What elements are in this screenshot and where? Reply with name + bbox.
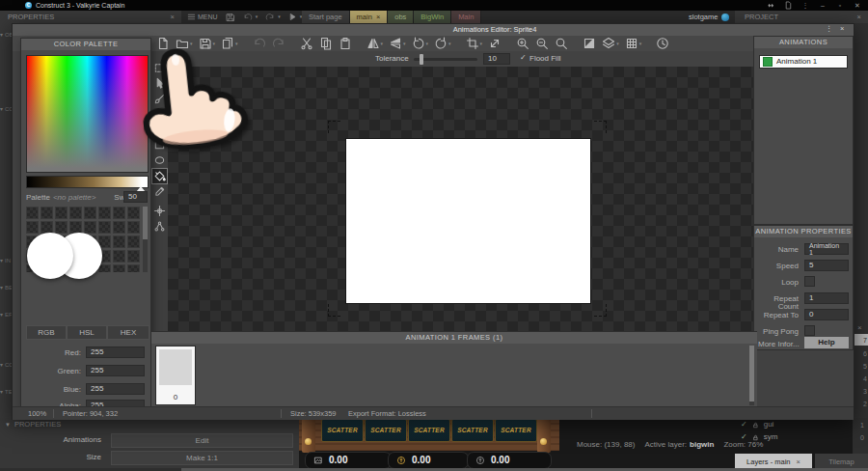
brush-tool-icon[interactable] — [152, 92, 167, 106]
cut-icon[interactable] — [297, 37, 316, 50]
section-effects[interactable]: ▾EF — [0, 312, 12, 318]
redo-icon[interactable] — [269, 37, 288, 50]
tab-start-page[interactable]: Start page — [302, 11, 350, 23]
undo-button[interactable]: ▾ — [239, 13, 262, 22]
ping-pong-checkbox[interactable] — [804, 325, 815, 336]
tolerance-slider-handle[interactable] — [420, 54, 423, 65]
hsl-mode-button[interactable]: HSL — [67, 325, 107, 340]
line-tool-icon[interactable] — [152, 123, 167, 137]
lock-icon[interactable] — [751, 421, 760, 429]
tab-close-icon[interactable]: × — [797, 458, 800, 466]
resize-icon[interactable] — [485, 37, 504, 50]
editor-close-icon[interactable]: × — [840, 25, 844, 33]
zoom-reset-icon[interactable] — [552, 37, 571, 50]
make-1-1-button[interactable]: Make 1:1 — [111, 451, 293, 465]
copy-icon[interactable] — [316, 37, 336, 50]
close-button[interactable]: ✕ — [849, 0, 866, 11]
lightness-slider[interactable] — [26, 176, 149, 188]
ellipse-tool-icon[interactable] — [152, 153, 167, 168]
image-canvas[interactable] — [168, 67, 765, 331]
cursor-tool-icon[interactable] — [152, 76, 167, 91]
editor-menu-icon[interactable]: ⋮ — [826, 25, 833, 33]
section-template[interactable]: ▾TE — [0, 389, 12, 395]
bottom-properties-header[interactable]: ▼PROPERTIES — [5, 421, 61, 429]
new-window-icon[interactable] — [779, 0, 797, 11]
more-info-link[interactable]: More Infor... — [758, 341, 800, 348]
swatch-cell[interactable] — [127, 250, 140, 263]
swatch-cell[interactable] — [41, 207, 53, 219]
tab-main[interactable]: main× — [350, 11, 389, 23]
undo-icon[interactable] — [250, 37, 269, 50]
swatch-cell[interactable] — [113, 207, 125, 219]
swatch-cell[interactable] — [84, 207, 96, 219]
flip-horizontal-icon[interactable]: ▾ — [364, 37, 387, 50]
layer-number[interactable]: 4 — [853, 373, 868, 384]
toggle-background-icon[interactable] — [580, 37, 599, 50]
status-dots-icon[interactable] — [762, 0, 779, 11]
layer-visible-check[interactable]: ✓ — [741, 433, 747, 441]
swatch-cell[interactable] — [26, 221, 39, 234]
swatch-cell[interactable] — [127, 236, 140, 248]
green-input[interactable]: 255 — [86, 365, 145, 376]
layer-number[interactable]: 5 — [853, 360, 868, 372]
swatch-cell[interactable] — [55, 221, 68, 234]
swatch-cell[interactable] — [127, 221, 140, 234]
pencil-tool-icon[interactable] — [152, 184, 167, 199]
section-objects[interactable]: ▾OB — [0, 32, 12, 38]
crop-icon[interactable]: ▾ — [463, 37, 486, 50]
layer-number-selected[interactable]: 7 — [853, 334, 868, 346]
swatch-cell[interactable] — [98, 207, 111, 219]
fill-tool-icon[interactable] — [152, 169, 167, 183]
redo-button[interactable]: ▾ — [261, 13, 285, 22]
speed-input[interactable]: 5 — [804, 260, 849, 271]
preview-icon[interactable] — [653, 37, 672, 50]
swatch-cell[interactable] — [113, 250, 125, 263]
layer-number[interactable]: 2 — [853, 398, 868, 409]
swatch-cell[interactable] — [55, 207, 68, 219]
help-button[interactable]: Help — [804, 337, 849, 348]
restore-button[interactable]: ▫ — [831, 0, 849, 11]
section-behaviors[interactable]: ▾BE — [0, 285, 12, 291]
frames-scrollbar[interactable] — [749, 346, 754, 405]
hex-mode-button[interactable]: HEX — [107, 325, 149, 340]
frame-thumbnail[interactable]: 0 — [155, 346, 196, 405]
tab-bigwin[interactable]: BigWin — [414, 11, 451, 23]
loop-checkbox[interactable] — [804, 276, 815, 287]
rgb-mode-button[interactable]: RGB — [26, 325, 67, 340]
section-container[interactable]: ▾CO — [0, 362, 12, 368]
eraser-tool-icon[interactable] — [152, 107, 167, 122]
swatch-cell[interactable] — [113, 221, 125, 234]
account-chip[interactable]: slotgame — [689, 11, 729, 23]
paste-icon[interactable] — [336, 37, 355, 50]
foreground-color-well[interactable] — [27, 233, 73, 279]
name-input[interactable]: Animation 1 — [804, 243, 849, 255]
swatch-scrollbar[interactable] — [143, 207, 148, 272]
layer-row-gui[interactable]: ✓ gui 1 — [741, 419, 866, 430]
hue-saturation-picker[interactable] — [26, 55, 149, 173]
zoom-in-icon[interactable] — [513, 37, 532, 50]
save-icon[interactable]: ▾ — [196, 37, 219, 50]
tab-obs[interactable]: obs — [388, 11, 414, 23]
animation-list-item[interactable]: Animation 1 — [759, 55, 848, 69]
layers-close-icon[interactable]: × — [857, 324, 862, 332]
layers-icon[interactable]: ▾ — [599, 37, 622, 50]
swatch-cell[interactable] — [84, 221, 96, 234]
menu-button[interactable]: MENU — [183, 13, 222, 21]
swatches-count-input[interactable]: 50 — [123, 191, 148, 203]
tab-close-icon[interactable]: × — [376, 14, 380, 21]
image-points-tool-icon[interactable] — [152, 219, 167, 234]
swatch-cell[interactable] — [69, 207, 82, 219]
minimize-button[interactable]: – — [814, 0, 831, 11]
swatch-cell[interactable] — [98, 264, 111, 272]
rotate-cw-icon[interactable]: ▾ — [431, 37, 454, 50]
palette-select[interactable]: <no palette> — [53, 194, 95, 202]
rectangle-tool-icon[interactable] — [152, 138, 167, 152]
flood-fill-check-icon[interactable]: ✓ — [520, 54, 527, 62]
zoom-out-icon[interactable] — [532, 37, 552, 50]
repeat-to-input[interactable]: 0 — [804, 309, 849, 320]
layer-number[interactable]: 6 — [853, 347, 868, 359]
swatch-cell[interactable] — [127, 264, 140, 272]
new-image-icon[interactable] — [153, 37, 173, 50]
project-close-icon[interactable]: × — [857, 14, 861, 21]
swatch-cell[interactable] — [26, 207, 39, 219]
